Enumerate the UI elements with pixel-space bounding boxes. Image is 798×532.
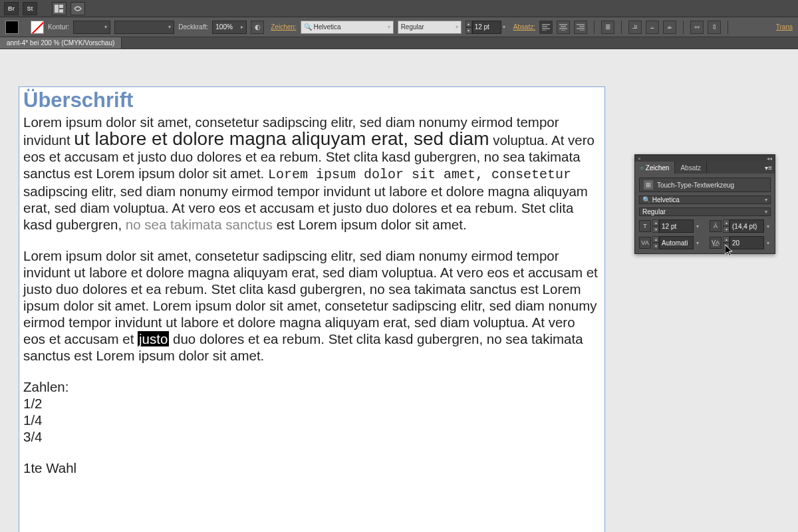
- touch-type-icon: ⊞: [644, 180, 653, 190]
- panel-titlebar[interactable]: ×◂◂: [635, 155, 775, 162]
- align-center-icon[interactable]: [557, 21, 570, 34]
- distribute-h-icon[interactable]: ⇿: [690, 21, 704, 34]
- align-top-icon[interactable]: ⫡: [628, 21, 642, 34]
- fraction-2: 1/4: [23, 412, 600, 428]
- brush-def-dropdown[interactable]: ▾: [114, 21, 174, 34]
- font-style-dropdown[interactable]: Regular▾: [398, 21, 462, 34]
- transform-panel-link[interactable]: Trans: [776, 23, 793, 31]
- font-family-dropdown[interactable]: 🔍 Helvetica▾: [301, 21, 394, 34]
- zahlen-label: Zahlen:: [23, 378, 600, 395]
- collapse-icon[interactable]: ◂◂: [767, 156, 772, 162]
- panel-font-size-stepper[interactable]: ▴▾: [652, 219, 694, 233]
- align-right-icon[interactable]: [574, 21, 587, 34]
- list-bullet-icon[interactable]: ≣: [601, 21, 614, 34]
- recolor-icon[interactable]: ◐: [251, 21, 264, 34]
- tracking-icon: V͟A: [710, 237, 722, 249]
- panel-menu-icon[interactable]: ▾≡: [762, 164, 775, 172]
- leading-icon: Ā: [710, 220, 722, 232]
- selected-text: justo: [138, 331, 169, 346]
- panel-font-style-dropdown[interactable]: Regular▾: [639, 207, 771, 216]
- text-frame[interactable]: Überschrift Lorem ipsum dolor sit amet, …: [19, 86, 605, 532]
- wahl-line: 1te Wahl: [23, 460, 600, 476]
- stroke-swatch[interactable]: [31, 21, 44, 34]
- control-bar: Kontur: ▾ ▾ Deckkraft: 100%▸ ◐ Zeichen: …: [0, 17, 798, 37]
- opacity-label: Deckkraft:: [178, 23, 208, 31]
- touch-type-tool-button[interactable]: ⊞ Touch-Type-Textwerkzeug: [639, 178, 771, 192]
- panel-kerning-input[interactable]: [659, 236, 694, 249]
- dropdown-icon[interactable]: ▾: [695, 223, 700, 229]
- dropdown-icon[interactable]: ▾: [765, 240, 771, 246]
- tab-absatz[interactable]: Absatz: [675, 162, 707, 174]
- stock-button[interactable]: St: [23, 2, 37, 15]
- svg-rect-2: [59, 9, 63, 13]
- paragraph-2: Lorem ipsum dolor sit amet, consetetur s…: [23, 247, 600, 364]
- arrange-docs-button[interactable]: [52, 2, 66, 15]
- stroke-weight-dropdown[interactable]: ▾: [73, 21, 110, 34]
- character-panel: ×◂◂ ○Zeichen Absatz ▾≡ ⊞ Touch-Type-Text…: [634, 154, 775, 254]
- gpu-preview-button[interactable]: [70, 2, 85, 15]
- distribute-v-icon[interactable]: ⇳: [708, 21, 721, 34]
- document-tab[interactable]: annt-4* bei 200 % (CMYK/Vorschau): [0, 37, 122, 49]
- panel-font-family-dropdown[interactable]: 🔍 Helvetica▾: [639, 196, 771, 204]
- font-size-input[interactable]: [472, 21, 501, 34]
- panel-font-size-input[interactable]: [659, 219, 694, 233]
- align-vcenter-icon[interactable]: ⫠: [646, 21, 659, 34]
- bridge-button[interactable]: Br: [4, 2, 19, 15]
- document-tab-bar: annt-4* bei 200 % (CMYK/Vorschau): [0, 37, 798, 49]
- kerning-icon: VA: [639, 237, 651, 249]
- dropdown-icon[interactable]: ▾: [765, 223, 771, 229]
- font-size-stepper[interactable]: ▴▾ ▾: [466, 21, 507, 34]
- canvas[interactable]: Überschrift Lorem ipsum dolor sit amet, …: [0, 49, 798, 532]
- paragraph-panel-link[interactable]: Absatz:: [513, 23, 535, 31]
- panel-leading-input[interactable]: [730, 219, 764, 233]
- app-toolbar: Br St: [0, 0, 798, 17]
- svg-rect-0: [55, 5, 59, 13]
- paragraph-1: Lorem ipsum dolor sit amet, consetetur s…: [23, 114, 600, 233]
- font-size-icon: T: [639, 220, 651, 232]
- fraction-1: 1/2: [23, 395, 600, 412]
- svg-rect-1: [59, 5, 63, 8]
- align-bottom-icon[interactable]: ⫨: [663, 21, 676, 34]
- opacity-dropdown[interactable]: 100%▸: [212, 21, 247, 34]
- stroke-label: Kontur:: [48, 23, 69, 31]
- panel-kerning-stepper[interactable]: ▴▾: [652, 236, 694, 249]
- fill-swatch[interactable]: [5, 21, 19, 34]
- close-icon[interactable]: ×: [638, 156, 641, 162]
- character-panel-link[interactable]: Zeichen:: [271, 23, 296, 31]
- align-left-icon[interactable]: [539, 21, 553, 34]
- panel-leading-stepper[interactable]: ▴▾: [723, 219, 764, 233]
- mouse-cursor-icon: [725, 245, 734, 257]
- dropdown-icon[interactable]: ▾: [695, 240, 700, 246]
- heading: Überschrift: [23, 88, 600, 112]
- tab-zeichen[interactable]: ○Zeichen: [635, 162, 675, 174]
- fraction-3: 3/4: [23, 428, 600, 445]
- panel-tracking-input[interactable]: [730, 236, 764, 249]
